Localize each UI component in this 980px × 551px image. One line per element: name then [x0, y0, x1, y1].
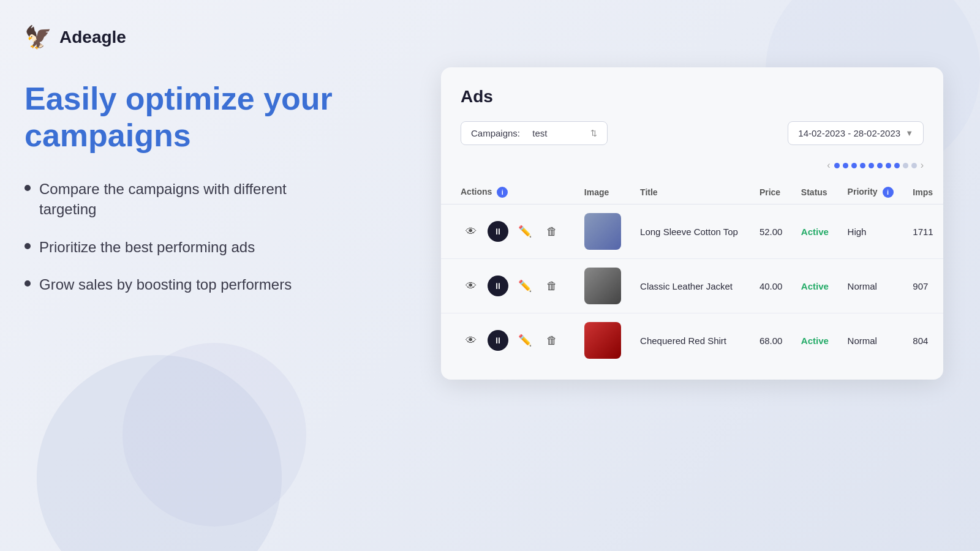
status-cell-1: Active [793, 259, 839, 313]
actions-buttons-2: 👁 ⏸ ✏️ 🗑 [461, 330, 567, 351]
status-cell-2: Active [793, 313, 839, 368]
view-button-1[interactable]: 👁 [461, 276, 481, 296]
actions-info-icon[interactable]: i [497, 187, 508, 198]
left-panel: 🦅 Adeagle Easily optimize your campaigns… [24, 24, 343, 295]
date-range-value: 14-02-2023 - 28-02-2023 [798, 128, 900, 138]
actions-buttons-0: 👁 ⏸ ✏️ 🗑 [461, 221, 567, 242]
pause-button-0[interactable]: ⏸ [488, 221, 508, 242]
pause-button-1[interactable]: ⏸ [488, 276, 508, 296]
bullet-item-1: Compare the campaigns with different tar… [24, 179, 343, 220]
ads-panel: Ads Campaigns: test ⇅ 14-02-2023 - 28-02… [441, 67, 943, 380]
edit-button-0[interactable]: ✏️ [514, 221, 535, 242]
title-cell-1: Classic Leather Jacket [631, 259, 751, 313]
product-image-2 [584, 322, 621, 359]
bullet-text-1: Compare the campaigns with different tar… [39, 179, 343, 220]
status-cell-0: Active [793, 204, 839, 259]
edit-button-2[interactable]: ✏️ [514, 330, 535, 351]
image-cell-2 [576, 313, 631, 368]
pag-dot-2 [843, 163, 848, 168]
priority-cell-0: High [839, 204, 905, 259]
col-header-imps: Imps [904, 181, 943, 204]
bullet-dot-3 [24, 280, 31, 287]
col-header-image: Image [576, 181, 631, 204]
logo-icon: 🦅 [24, 24, 52, 50]
headline: Easily optimize your campaigns [24, 81, 343, 154]
imps-cell-1: 907 [904, 259, 943, 313]
table-row: 👁 ⏸ ✏️ 🗑 Long Sleeve Cotton Top52.00Acti… [441, 204, 943, 259]
pag-dot-3 [851, 163, 857, 168]
bullet-list: Compare the campaigns with different tar… [24, 179, 343, 295]
view-button-0[interactable]: 👁 [461, 221, 481, 242]
date-picker-arrow: ▼ [905, 129, 913, 138]
status-badge-2: Active [801, 335, 829, 346]
campaign-select[interactable]: Campaigns: test ⇅ [461, 121, 608, 145]
col-header-price: Price [751, 181, 793, 204]
price-cell-1: 40.00 [751, 259, 793, 313]
image-cell-0 [576, 204, 631, 259]
bullet-dot-2 [24, 243, 31, 249]
priority-cell-1: Normal [839, 259, 905, 313]
pagination-prev[interactable]: ‹ [827, 160, 830, 171]
title-cell-0: Long Sleeve Cotton Top [631, 204, 751, 259]
edit-button-1[interactable]: ✏️ [514, 276, 535, 296]
bullet-item-2: Prioritize the best performing ads [24, 237, 343, 258]
col-header-priority: Priority i [839, 181, 905, 204]
table-row: 👁 ⏸ ✏️ 🗑 Chequered Red Shirt68.00ActiveN… [441, 313, 943, 368]
price-cell-2: 68.00 [751, 313, 793, 368]
pag-dot-10 [911, 163, 917, 168]
pause-button-2[interactable]: ⏸ [488, 330, 508, 351]
col-header-status: Status [793, 181, 839, 204]
bullet-dot-1 [24, 185, 31, 191]
pag-dot-4 [860, 163, 865, 168]
logo-text: Adeagle [59, 28, 126, 47]
priority-info-icon[interactable]: i [883, 187, 894, 198]
actions-cell-1: 👁 ⏸ ✏️ 🗑 [441, 259, 576, 313]
imps-cell-2: 804 [904, 313, 943, 368]
campaign-select-arrow: ⇅ [590, 129, 597, 138]
logo-area: 🦅 Adeagle [24, 24, 343, 50]
product-image-0 [584, 213, 621, 250]
price-cell-0: 52.00 [751, 204, 793, 259]
campaign-label: Campaigns: [471, 128, 520, 138]
pagination-row: ‹ › [441, 160, 943, 181]
product-image-1 [584, 268, 621, 304]
pag-dot-7 [886, 163, 891, 168]
pag-dot-9 [903, 163, 908, 168]
pag-dot-5 [869, 163, 874, 168]
delete-button-1[interactable]: 🗑 [541, 276, 562, 296]
pag-dot-1 [834, 163, 840, 168]
bg-decoration-2 [123, 343, 306, 527]
priority-cell-2: Normal [839, 313, 905, 368]
status-badge-0: Active [801, 227, 829, 237]
delete-button-2[interactable]: 🗑 [541, 330, 562, 351]
col-header-title: Title [631, 181, 751, 204]
date-range-picker[interactable]: 14-02-2023 - 28-02-2023 ▼ [788, 121, 924, 145]
status-badge-1: Active [801, 281, 829, 291]
panel-title: Ads [441, 87, 943, 121]
pag-dot-6 [877, 163, 883, 168]
imps-cell-0: 1711 [904, 204, 943, 259]
image-cell-1 [576, 259, 631, 313]
col-header-actions: Actions i [441, 181, 576, 204]
actions-cell-0: 👁 ⏸ ✏️ 🗑 [441, 204, 576, 259]
bullet-item-3: Grow sales by boosting top performers [24, 274, 343, 295]
pagination-dots [834, 163, 917, 168]
actions-buttons-1: 👁 ⏸ ✏️ 🗑 [461, 276, 567, 296]
bullet-text-3: Grow sales by boosting top performers [39, 274, 292, 295]
pagination-next[interactable]: › [921, 160, 924, 171]
actions-cell-2: 👁 ⏸ ✏️ 🗑 [441, 313, 576, 368]
title-cell-2: Chequered Red Shirt [631, 313, 751, 368]
ads-table: Actions i Image Title Price Status Prior… [441, 181, 943, 367]
controls-row: Campaigns: test ⇅ 14-02-2023 - 28-02-202… [441, 121, 943, 160]
pag-dot-8 [894, 163, 900, 168]
table-header-row: Actions i Image Title Price Status Prior… [441, 181, 943, 204]
campaign-value: test [532, 128, 547, 138]
delete-button-0[interactable]: 🗑 [541, 221, 562, 242]
view-button-2[interactable]: 👁 [461, 330, 481, 351]
bullet-text-2: Prioritize the best performing ads [39, 237, 255, 258]
table-row: 👁 ⏸ ✏️ 🗑 Classic Leather Jacket40.00Acti… [441, 259, 943, 313]
